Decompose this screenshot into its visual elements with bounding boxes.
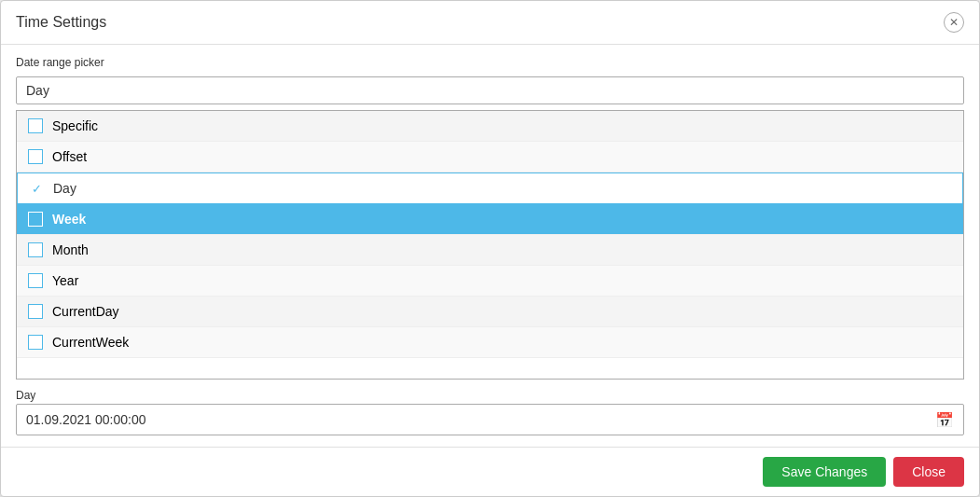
list-item[interactable]: Specific [17,111,963,142]
checkbox-icon [28,304,43,319]
list-item[interactable]: CurrentWeek [17,327,963,358]
checkbox-icon [28,242,43,257]
checkbox-icon [28,273,43,288]
checkbox-icon [28,149,43,164]
list-item[interactable]: ✓Day [17,173,963,204]
date-section-label: Day [16,389,964,402]
dropdown-list: SpecificOffset✓DayWeekMonthYearCurrentDa… [17,111,963,379]
list-item[interactable]: Offset [17,142,963,173]
date-input-row: 01.09.2021 00:00:00 📅 [16,404,964,435]
time-settings-dialog: Time Settings ✕ Date range picker Specif… [0,0,980,497]
check-icon: ✓ [29,182,44,196]
dialog-footer: Save Changes Close [1,447,979,496]
item-label: Specific [52,118,98,133]
item-label: Month [52,242,89,257]
date-section: Day 01.09.2021 00:00:00 📅 [16,389,964,435]
checkbox-icon [28,212,43,227]
list-item[interactable]: Week [17,204,963,235]
checkbox-icon [28,118,43,133]
close-button[interactable]: Close [893,457,964,487]
item-label: CurrentWeek [52,335,129,350]
date-range-picker-label: Date range picker [16,56,964,69]
list-item[interactable]: Year [17,266,963,297]
item-label: Week [52,212,86,227]
item-label: Year [52,273,78,288]
date-range-picker-input[interactable] [16,76,964,104]
checkbox-icon [28,335,43,350]
dropdown-list-container: SpecificOffset✓DayWeekMonthYearCurrentDa… [16,110,964,380]
dialog-header: Time Settings ✕ [1,1,979,45]
item-label: CurrentDay [52,304,119,319]
dialog-close-icon[interactable]: ✕ [944,12,964,33]
list-item[interactable]: Month [17,235,963,266]
calendar-icon[interactable]: 📅 [935,410,954,429]
item-label: Offset [52,149,87,164]
date-value: 01.09.2021 00:00:00 [26,412,935,427]
list-item[interactable]: CurrentDay [17,297,963,327]
dialog-title: Time Settings [16,14,106,31]
item-label: Day [53,181,76,196]
dialog-body: Date range picker SpecificOffset✓DayWeek… [1,45,979,447]
save-changes-button[interactable]: Save Changes [763,457,886,487]
